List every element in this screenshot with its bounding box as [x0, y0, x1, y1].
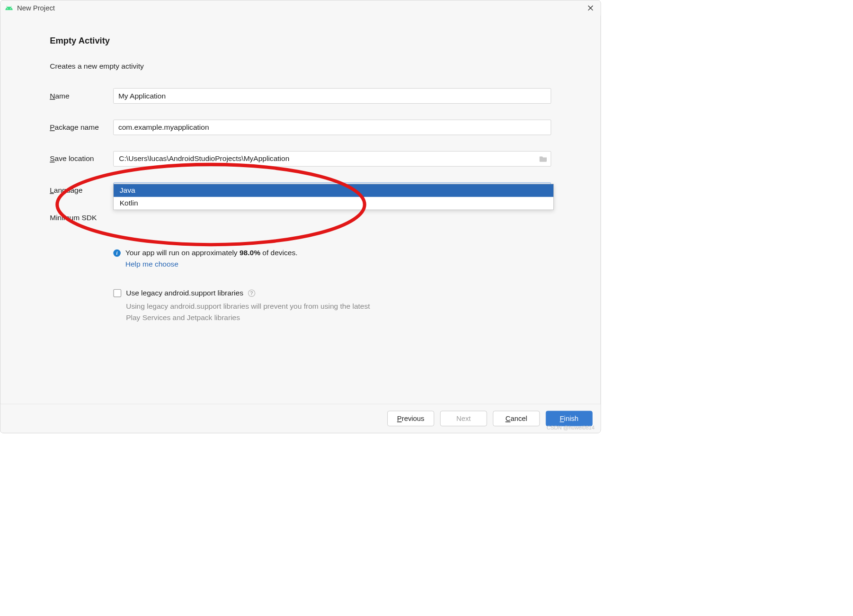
row-name: Name — [50, 88, 551, 103]
label-package: Package name — [50, 123, 113, 132]
language-option-java[interactable]: Java — [114, 184, 553, 197]
row-save-location: Save location — [50, 151, 551, 166]
device-info-row: i Your app will run on approximately 98.… — [113, 249, 551, 257]
help-icon[interactable]: ? — [248, 289, 256, 297]
content-area: Empty Activity Creates a new empty activ… — [0, 16, 601, 323]
cancel-button[interactable]: Cancel — [493, 411, 540, 426]
label-name: Name — [50, 91, 113, 100]
label-min-sdk: Minimum SDK — [50, 213, 113, 222]
package-input[interactable] — [113, 120, 551, 135]
folder-icon — [539, 155, 547, 162]
new-project-dialog: New Project Empty Activity Creates a new… — [0, 0, 601, 433]
close-button[interactable] — [585, 3, 596, 14]
finish-button[interactable]: Finish — [546, 411, 593, 426]
info-icon: i — [113, 250, 121, 257]
legacy-checkbox-row: Use legacy android.support libraries ? — [113, 289, 551, 297]
help-me-choose-link[interactable]: Help me choose — [125, 260, 551, 268]
window-title: New Project — [17, 4, 55, 12]
legacy-checkbox[interactable] — [113, 289, 121, 297]
legacy-checkbox-label: Use legacy android.support libraries — [126, 289, 243, 297]
previous-button[interactable]: Previous — [387, 411, 434, 426]
label-save-location: Save location — [50, 154, 113, 163]
page-subtitle: Creates a new empty activity — [50, 62, 551, 71]
device-info-text: Your app will run on approximately 98.0%… — [125, 249, 298, 257]
name-input[interactable] — [113, 88, 551, 103]
watermark: CSDN @huwei0814 — [547, 425, 595, 431]
save-location-field — [113, 151, 551, 166]
label-language: Language — [50, 186, 113, 195]
close-icon — [587, 5, 594, 11]
android-icon — [5, 4, 13, 12]
browse-folder-button[interactable] — [539, 155, 547, 162]
title-bar: New Project — [0, 0, 601, 16]
save-location-input[interactable] — [118, 154, 540, 163]
page-heading: Empty Activity — [50, 36, 551, 46]
legacy-description: Using legacy android.support libraries w… — [126, 301, 373, 323]
language-dropdown: Java Kotlin — [113, 184, 554, 210]
language-option-kotlin[interactable]: Kotlin — [114, 197, 553, 210]
row-package: Package name — [50, 120, 551, 135]
row-min-sdk: Minimum SDK — [50, 213, 551, 222]
next-button: Next — [440, 411, 487, 426]
footer: Previous Next Cancel Finish — [0, 404, 601, 433]
